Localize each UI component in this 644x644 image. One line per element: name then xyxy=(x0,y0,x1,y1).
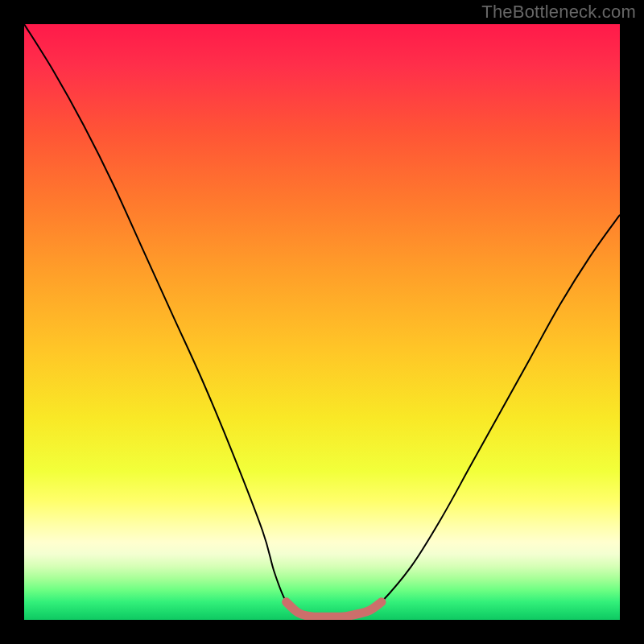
plot-area xyxy=(24,24,620,620)
watermark-text: TheBottleneck.com xyxy=(481,2,636,23)
curve-layer xyxy=(24,24,620,620)
chart-frame: TheBottleneck.com xyxy=(0,0,644,644)
plateau-highlight xyxy=(287,602,382,617)
bottleneck-curve xyxy=(24,24,620,617)
